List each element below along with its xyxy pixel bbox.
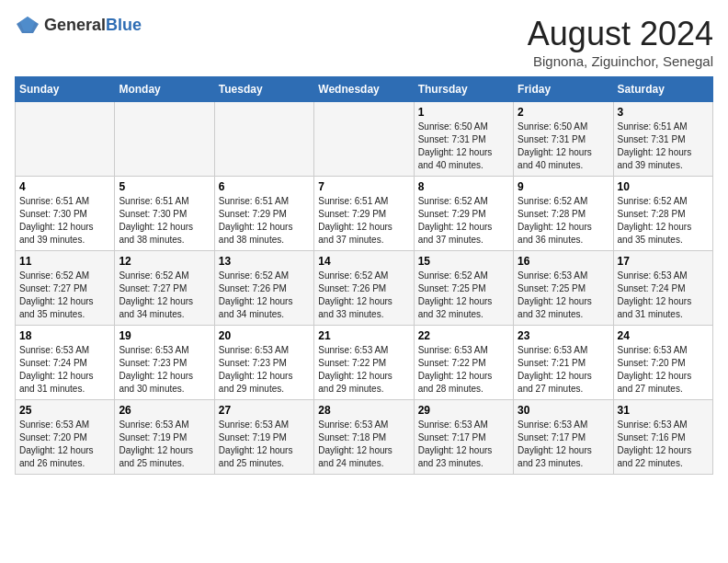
day-number: 15 [418, 255, 509, 268]
day-cell: 10Sunrise: 6:52 AMSunset: 7:28 PMDayligh… [613, 177, 712, 251]
day-number: 19 [119, 329, 210, 342]
day-number: 12 [119, 255, 210, 268]
day-info: Sunrise: 6:53 AMSunset: 7:20 PMDaylight:… [618, 344, 709, 396]
day-cell: 4Sunrise: 6:51 AMSunset: 7:30 PMDaylight… [16, 177, 115, 251]
week-row-2: 4Sunrise: 6:51 AMSunset: 7:30 PMDaylight… [16, 177, 713, 251]
day-info: Sunrise: 6:52 AMSunset: 7:28 PMDaylight:… [518, 195, 609, 247]
calendar-body: 1Sunrise: 6:50 AMSunset: 7:31 PMDaylight… [16, 102, 713, 475]
day-cell: 22Sunrise: 6:53 AMSunset: 7:22 PMDayligh… [414, 326, 513, 400]
month-year: August 2024 [528, 15, 713, 53]
day-cell: 1Sunrise: 6:50 AMSunset: 7:31 PMDaylight… [414, 102, 513, 177]
calendar-header: SundayMondayTuesdayWednesdayThursdayFrid… [16, 77, 713, 102]
day-cell: 23Sunrise: 6:53 AMSunset: 7:21 PMDayligh… [514, 326, 613, 400]
header-cell-sunday: Sunday [16, 77, 115, 102]
day-info: Sunrise: 6:50 AMSunset: 7:31 PMDaylight:… [418, 121, 509, 172]
header-cell-monday: Monday [115, 77, 214, 102]
day-cell: 20Sunrise: 6:53 AMSunset: 7:23 PMDayligh… [214, 326, 313, 400]
day-info: Sunrise: 6:51 AMSunset: 7:29 PMDaylight:… [318, 195, 409, 247]
header-cell-thursday: Thursday [414, 77, 513, 102]
day-info: Sunrise: 6:53 AMSunset: 7:22 PMDaylight:… [318, 344, 409, 396]
week-row-3: 11Sunrise: 6:52 AMSunset: 7:27 PMDayligh… [16, 251, 713, 326]
day-number: 10 [618, 180, 709, 193]
day-number: 2 [518, 106, 609, 119]
day-number: 7 [318, 180, 409, 193]
header-cell-tuesday: Tuesday [214, 77, 313, 102]
day-number: 26 [119, 404, 210, 417]
day-info: Sunrise: 6:52 AMSunset: 7:25 PMDaylight:… [418, 270, 509, 321]
day-info: Sunrise: 6:53 AMSunset: 7:17 PMDaylight:… [518, 419, 609, 470]
day-number: 13 [219, 255, 310, 268]
day-info: Sunrise: 6:53 AMSunset: 7:21 PMDaylight:… [518, 344, 609, 396]
day-info: Sunrise: 6:51 AMSunset: 7:29 PMDaylight:… [219, 195, 310, 247]
day-info: Sunrise: 6:51 AMSunset: 7:31 PMDaylight:… [618, 121, 709, 172]
day-number: 31 [618, 404, 709, 417]
day-cell: 9Sunrise: 6:52 AMSunset: 7:28 PMDaylight… [514, 177, 613, 251]
day-number: 22 [418, 329, 509, 342]
day-number: 11 [19, 255, 110, 268]
day-number: 8 [418, 180, 509, 193]
logo-icon [15, 15, 40, 35]
day-cell [314, 102, 414, 177]
day-number: 18 [19, 329, 110, 342]
day-cell [16, 102, 115, 177]
logo: GeneralBlue [15, 15, 142, 35]
day-number: 1 [418, 106, 509, 119]
day-cell: 16Sunrise: 6:53 AMSunset: 7:25 PMDayligh… [514, 251, 613, 326]
day-cell [115, 102, 214, 177]
header-cell-wednesday: Wednesday [314, 77, 414, 102]
day-cell: 25Sunrise: 6:53 AMSunset: 7:20 PMDayligh… [16, 400, 115, 475]
day-cell: 8Sunrise: 6:52 AMSunset: 7:29 PMDaylight… [414, 177, 513, 251]
day-number: 30 [518, 404, 609, 417]
day-cell: 19Sunrise: 6:53 AMSunset: 7:23 PMDayligh… [115, 326, 214, 400]
day-number: 5 [119, 180, 210, 193]
day-info: Sunrise: 6:51 AMSunset: 7:30 PMDaylight:… [19, 195, 110, 247]
title-block: August 2024 Bignona, Ziguinchor, Senegal [528, 15, 713, 69]
day-info: Sunrise: 6:53 AMSunset: 7:20 PMDaylight:… [19, 419, 110, 470]
day-number: 20 [219, 329, 310, 342]
day-info: Sunrise: 6:52 AMSunset: 7:28 PMDaylight:… [618, 195, 709, 247]
location: Bignona, Ziguinchor, Senegal [528, 53, 713, 69]
day-cell: 26Sunrise: 6:53 AMSunset: 7:19 PMDayligh… [115, 400, 214, 475]
day-cell: 2Sunrise: 6:50 AMSunset: 7:31 PMDaylight… [514, 102, 613, 177]
day-info: Sunrise: 6:51 AMSunset: 7:30 PMDaylight:… [119, 195, 210, 247]
day-info: Sunrise: 6:53 AMSunset: 7:24 PMDaylight:… [618, 270, 709, 321]
day-cell: 18Sunrise: 6:53 AMSunset: 7:24 PMDayligh… [16, 326, 115, 400]
day-number: 4 [19, 180, 110, 193]
day-info: Sunrise: 6:53 AMSunset: 7:23 PMDaylight:… [219, 344, 310, 396]
day-cell: 17Sunrise: 6:53 AMSunset: 7:24 PMDayligh… [613, 251, 712, 326]
day-cell: 13Sunrise: 6:52 AMSunset: 7:26 PMDayligh… [214, 251, 313, 326]
day-info: Sunrise: 6:52 AMSunset: 7:27 PMDaylight:… [19, 270, 110, 321]
day-cell: 14Sunrise: 6:52 AMSunset: 7:26 PMDayligh… [314, 251, 414, 326]
day-number: 24 [618, 329, 709, 342]
day-cell: 31Sunrise: 6:53 AMSunset: 7:16 PMDayligh… [613, 400, 712, 475]
day-cell [214, 102, 313, 177]
day-cell: 21Sunrise: 6:53 AMSunset: 7:22 PMDayligh… [314, 326, 414, 400]
day-cell: 27Sunrise: 6:53 AMSunset: 7:19 PMDayligh… [214, 400, 313, 475]
day-cell: 3Sunrise: 6:51 AMSunset: 7:31 PMDaylight… [613, 102, 712, 177]
day-number: 3 [618, 106, 709, 119]
day-cell: 5Sunrise: 6:51 AMSunset: 7:30 PMDaylight… [115, 177, 214, 251]
day-number: 29 [418, 404, 509, 417]
calendar-table: SundayMondayTuesdayWednesdayThursdayFrid… [15, 76, 713, 475]
logo-blue: Blue [106, 16, 142, 34]
logo-general: General [44, 16, 106, 34]
day-cell: 6Sunrise: 6:51 AMSunset: 7:29 PMDaylight… [214, 177, 313, 251]
day-cell: 15Sunrise: 6:52 AMSunset: 7:25 PMDayligh… [414, 251, 513, 326]
day-info: Sunrise: 6:52 AMSunset: 7:26 PMDaylight:… [318, 270, 409, 321]
day-number: 16 [518, 255, 609, 268]
day-cell: 28Sunrise: 6:53 AMSunset: 7:18 PMDayligh… [314, 400, 414, 475]
logo-text: GeneralBlue [44, 16, 142, 35]
day-cell: 7Sunrise: 6:51 AMSunset: 7:29 PMDaylight… [314, 177, 414, 251]
day-number: 25 [19, 404, 110, 417]
day-number: 9 [518, 180, 609, 193]
day-info: Sunrise: 6:53 AMSunset: 7:19 PMDaylight:… [119, 419, 210, 470]
day-number: 27 [219, 404, 310, 417]
day-cell: 29Sunrise: 6:53 AMSunset: 7:17 PMDayligh… [414, 400, 513, 475]
day-number: 23 [518, 329, 609, 342]
day-info: Sunrise: 6:53 AMSunset: 7:25 PMDaylight:… [518, 270, 609, 321]
day-info: Sunrise: 6:53 AMSunset: 7:17 PMDaylight:… [418, 419, 509, 470]
day-info: Sunrise: 6:52 AMSunset: 7:29 PMDaylight:… [418, 195, 509, 247]
week-row-4: 18Sunrise: 6:53 AMSunset: 7:24 PMDayligh… [16, 326, 713, 400]
day-info: Sunrise: 6:53 AMSunset: 7:16 PMDaylight:… [618, 419, 709, 470]
header-cell-saturday: Saturday [613, 77, 712, 102]
